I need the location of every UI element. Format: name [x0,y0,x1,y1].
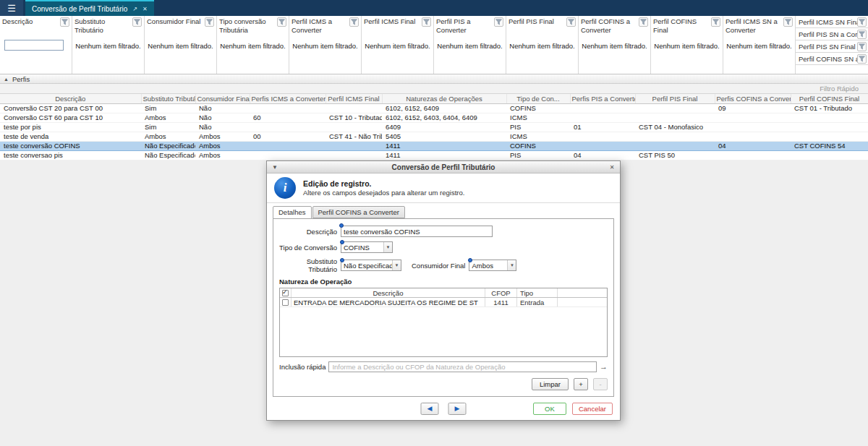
filter-icon[interactable] [711,17,720,27]
dialog-close-icon[interactable]: ✕ [608,164,616,171]
filter-panel: Perfil COFINS FinalNenhum item filtrado. [651,16,723,74]
substituto-value: Não Especificado [341,262,392,270]
grid-cell: COFINS [506,141,570,150]
descricao-filter-input[interactable] [4,40,64,51]
filter-panel-title: Perfil ICMS SN a Converter [726,17,782,35]
filter-panel-title: Perfil ICMS a Converter [292,17,348,35]
top-bar: ☰ Conversão de Perfil Tributário ↗ ✕ [0,0,868,16]
next-record-button[interactable]: ▶ [448,403,467,415]
grid-cell [635,141,715,150]
filter-empty-text: Nenhum item filtrado. [218,42,287,50]
filter-icon[interactable] [639,17,648,27]
filter-panel: Perfil ICMS FinalNenhum item filtrado. [362,16,434,74]
grid-column-header[interactable]: Descrição [0,94,141,103]
remove-button[interactable]: - [593,378,608,390]
natureza-header-descricao[interactable]: Descrição [292,288,485,297]
grid-cell: teste de venda [0,132,141,141]
inclusao-label: Inclusão rápida [279,363,326,371]
grid-column-header[interactable]: Naturezas de Operações [382,94,506,103]
descricao-input[interactable] [341,226,493,237]
grid-column-header[interactable]: Consumidor Final [195,94,250,103]
dialog-title: Conversão de Perfil Tributário [279,163,608,171]
grid-column-header[interactable]: Perfil ICMS Final [326,94,382,103]
filter-icon[interactable] [857,17,867,27]
grid-cell [250,150,326,160]
filter-icon[interactable] [132,17,142,27]
filter-panel: Consumidor FinalNenhum item filtrado. [145,16,217,74]
filter-icon[interactable] [349,17,359,27]
substituto-select[interactable]: Não Especificado ▼ [341,260,401,271]
filter-icon[interactable] [566,17,576,27]
grid-cell [635,132,715,141]
quick-filter-link[interactable]: Filtro Rápido [820,85,859,93]
grid-cell: teste conversao pis [0,150,141,160]
dialog-tab[interactable]: Detalhes [273,206,312,219]
grid-column-header[interactable]: Perfil PIS Final [635,94,715,103]
natureza-toolbar: Limpar + - [279,378,608,390]
dialog-tab[interactable]: Perfil COFINS a Converter [312,206,405,218]
grid-row[interactable]: Conversão CST 60 para CST 10AmbosNão60CS… [0,113,868,122]
dialog-collapse-icon[interactable]: ▼ [271,164,279,171]
filter-panel-title: Tipo conversão Tributária [219,17,276,35]
filter-icon[interactable] [494,17,503,27]
grid-column-header[interactable]: Substituto Tributário [141,94,195,103]
perfis-section-header[interactable]: ▲ Perfis [0,74,868,84]
filter-icon[interactable] [857,30,867,39]
dialog-header: i Edição de registro. Altere os campos d… [267,173,620,203]
natureza-header-cfop[interactable]: CFOP [485,288,517,297]
grid-cell: Não [195,113,250,122]
natureza-section: Natureza de Operação Descrição CFOP Tipo… [279,278,608,357]
close-icon[interactable]: ✕ [142,6,148,12]
tipo-conversao-select[interactable]: COFINS ▼ [341,241,393,253]
filter-side-item: Perfil PIS SN a Conve... [796,28,868,40]
grid-row[interactable]: Conversão CST 20 para CST 00SimNão6102, … [0,103,868,113]
prev-record-button[interactable]: ◀ [421,403,439,415]
tab-conversao-perfil-tributario[interactable]: Conversão de Perfil Tributário ↗ ✕ [25,0,154,16]
grid-row[interactable]: teste conversão COFINSNão EspecificadoAm… [0,141,868,150]
filter-icon[interactable] [857,42,867,51]
natureza-header-row: Descrição CFOP Tipo [280,288,607,298]
filter-icon[interactable] [60,17,69,27]
tab-title: Conversão de Perfil Tributário [32,5,127,13]
add-button[interactable]: + [574,378,588,390]
grid-row[interactable]: teste por pisSimNão6409PIS01CST 04 - Mon… [0,122,868,132]
filter-empty-text: Nenhum item filtrado. [146,42,215,50]
natureza-row[interactable]: ENTRADA DE MERCADORIA SUJEITA OS REGIME … [280,298,607,307]
grid-column-header[interactable]: Perfis COFINS a Converter [715,94,791,103]
menu-icon[interactable]: ☰ [0,0,23,16]
cancel-button[interactable]: Cancelar [572,403,613,415]
consumidor-select[interactable]: Ambos ▼ [469,260,516,271]
grid-column-header[interactable]: Perfil COFINS Final [791,94,868,103]
filter-panel: Perfil PIS a ConverterNenhum item filtra… [434,16,506,74]
filter-panel-title: Perfil ICMS SN Final [799,18,857,26]
filter-panel-title: Perfil COFINS Final [653,17,710,35]
filter-panel-title: Perfil ICMS Final [364,17,415,26]
chevron-down-icon: ▼ [392,260,401,270]
grid-row[interactable]: teste de vendaAmbosAmbos00CST 41 - Não T… [0,132,868,141]
chevron-down-icon: ▼ [383,242,392,252]
grid-column-header[interactable]: Perfis ICMS a Converter [250,94,326,103]
filter-icon[interactable] [783,17,793,27]
row-checkbox[interactable] [282,299,289,306]
grid-column-header[interactable]: Perfis PIS a Converter [570,94,635,103]
natureza-header-tipo[interactable]: Tipo [517,288,558,297]
ok-button[interactable]: OK [533,403,566,415]
grid-cell: 00 [250,132,326,141]
quick-filter-bar: Filtro Rápido [0,84,868,94]
dialog-tab-panel: Descrição Tipo de Conversão COFINS ▼ Sub… [273,218,614,397]
grid-column-header[interactable]: Tipo de Con... [506,94,570,103]
grid-row[interactable]: teste conversao pisNão EspecificadoAmbos… [0,150,868,160]
filter-panel-title: Consumidor Final [147,17,200,26]
filter-icon[interactable] [205,17,214,27]
quick-add-arrow-icon[interactable]: → [600,363,608,371]
filter-panel: Perfil ICMS a ConverterNenhum item filtr… [289,16,362,74]
filter-panel-title: Perfil PIS SN a Conve... [799,30,857,38]
inclusao-input[interactable] [328,361,597,372]
filter-icon[interactable] [857,54,867,64]
filter-icon[interactable] [277,17,286,27]
grid-cell: Não Especificado [141,141,195,150]
popout-icon[interactable]: ↗ [132,6,137,12]
limpar-button[interactable]: Limpar [532,378,569,390]
select-all-checkbox[interactable] [282,290,289,296]
filter-icon[interactable] [422,17,431,27]
